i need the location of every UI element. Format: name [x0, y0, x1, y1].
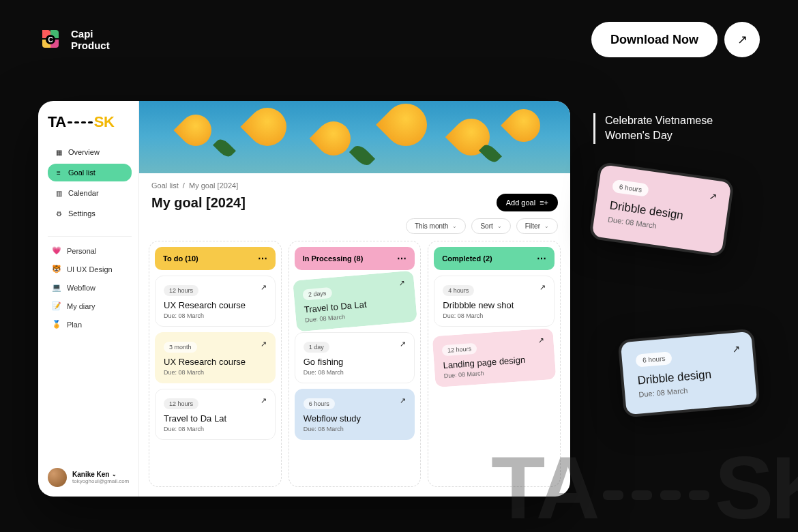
download-button[interactable]: Download Now [591, 22, 718, 57]
sidebar-item-label: Calendar [68, 189, 99, 197]
sidebar-nav: ▦ Overview ≡ Goal list ▥ Calendar ⚙ Sett… [48, 143, 132, 222]
sidebar-item-overview[interactable]: ▦ Overview [48, 143, 132, 161]
time-chip: 12 hours [442, 343, 477, 357]
calendar-icon: ▥ [55, 189, 63, 197]
arrow-up-right-icon: ↗ [540, 283, 546, 292]
time-chip: 1 day [304, 342, 329, 353]
arrow-up-right-icon: ↗ [708, 191, 718, 203]
sidebar-tags: 💗Personal 🐯UI UX Design 💻Webflow 📝My dia… [48, 245, 132, 330]
time-chip: 4 hours [443, 285, 474, 296]
column-menu-icon[interactable]: ⋯ [537, 253, 546, 264]
task-card[interactable]: 3 month ↗ UX Research course Due: 08 Mar… [155, 332, 276, 383]
sidebar: TA SK ▦ Overview ≡ Goal list ▥ Calendar … [38, 101, 139, 497]
tag-webflow[interactable]: 💻Webflow [48, 282, 132, 293]
top-actions: Download Now ↗ [591, 22, 760, 57]
top-bar: C Capi Product Download Now ↗ [0, 0, 798, 71]
medal-icon: 🏅 [52, 320, 61, 329]
sidebar-item-settings[interactable]: ⚙ Settings [48, 205, 132, 222]
breadcrumb[interactable]: Goal list / My goal [2024] [151, 181, 238, 190]
tag-ui-ux-design[interactable]: 🐯UI UX Design [48, 263, 132, 275]
time-chip: 3 month [164, 342, 197, 353]
column-header-in-processing: In Processing (8) ⋯ [295, 247, 415, 270]
app-window: TA SK ▦ Overview ≡ Goal list ▥ Calendar … [38, 101, 570, 497]
add-icon: ≡+ [540, 198, 548, 207]
arrow-up-right-icon: ↗ [261, 396, 267, 405]
filter-filter[interactable]: Filter⌄ [516, 218, 558, 234]
task-card[interactable]: 12 hours ↗ Travel to Da Lat Due: 08 Marc… [155, 389, 276, 440]
column-menu-icon[interactable]: ⋯ [258, 253, 267, 264]
time-chip: 12 hours [164, 398, 198, 409]
time-chip: 2 days [302, 287, 332, 301]
arrow-up-right-icon: ↗ [732, 343, 741, 355]
sidebar-item-label: Overview [68, 148, 100, 156]
task-card[interactable]: 6 hours ↗ Webflow study Due: 08 March [295, 389, 415, 440]
divider [48, 236, 132, 237]
grid-icon: ▦ [55, 148, 63, 156]
gear-icon: ⚙ [55, 209, 63, 218]
chevron-down-icon: ⌄ [452, 223, 457, 229]
promo-card: 6 hours ↗ Dribble design Due: 08 March [589, 162, 735, 258]
time-chip: 12 hours [164, 285, 198, 296]
arrow-up-right-icon: ↗ [261, 340, 267, 349]
tag-my-diary[interactable]: 📝My diary [48, 300, 132, 312]
arrow-up-right-icon: ↗ [538, 336, 545, 346]
time-chip: 6 hours [304, 398, 335, 409]
user-info: Kanike Ken⌄ tokyoghoul@gmail.com [72, 471, 129, 484]
list-icon: ≡ [55, 168, 63, 177]
sidebar-item-goal-list[interactable]: ≡ Goal list [48, 164, 132, 181]
note-icon: 📝 [52, 301, 61, 310]
svg-text:C: C [48, 36, 53, 44]
column-menu-icon[interactable]: ⋯ [397, 253, 407, 264]
tag-personal[interactable]: 💗Personal [48, 245, 132, 256]
promo-tagline: Celebrate Vietnamese Women's Day [593, 113, 713, 144]
sidebar-item-label: Goal list [68, 168, 95, 177]
time-chip: 6 hours [612, 179, 649, 197]
filter-bar: This month⌄ Sort⌄ Filter⌄ [139, 218, 570, 241]
arrow-up-right-icon: ↗ [398, 279, 405, 289]
arrow-up-right-icon: ↗ [400, 340, 406, 349]
time-chip: 6 hours [635, 351, 673, 368]
chevron-down-icon: ⌄ [544, 223, 549, 229]
tag-plan[interactable]: 🏅Plan [48, 319, 132, 330]
column-header-completed: Completed (2) ⋯ [434, 247, 555, 270]
brand-mark-icon: C [38, 27, 63, 52]
tiger-icon: 🐯 [52, 265, 61, 274]
task-card[interactable]: 12 hours ↗ UX Research course Due: 08 Ma… [155, 276, 276, 327]
filter-period[interactable]: This month⌄ [406, 218, 466, 234]
logo-dash-icon [68, 121, 93, 123]
task-card[interactable]: 1 day ↗ Go fishing Due: 08 March [295, 332, 415, 383]
brand-name: Capi Product [71, 28, 110, 52]
user-profile[interactable]: Kanike Ken⌄ tokyoghoul@gmail.com [48, 461, 132, 487]
task-card[interactable]: 4 hours ↗ Dribbble new shot Due: 08 Marc… [434, 276, 555, 327]
task-card[interactable]: 2 days ↗ Travel to Da Lat Due: 08 March [293, 270, 417, 331]
page-title: My goal [2024] [151, 195, 246, 211]
arrow-up-right-icon: ↗ [261, 283, 267, 292]
arrow-up-right-icon: ↗ [737, 32, 748, 47]
task-card[interactable]: 12 hours ↗ Landing page design Due: 08 M… [432, 328, 556, 387]
arrow-up-right-icon: ↗ [400, 396, 406, 405]
brand-logo: C Capi Product [38, 27, 110, 52]
laptop-icon: 💻 [52, 283, 61, 292]
chevron-down-icon: ⌄ [497, 223, 502, 229]
hero-banner [139, 101, 570, 173]
sidebar-item-label: Settings [68, 209, 95, 218]
chevron-down-icon: ⌄ [112, 471, 117, 477]
add-goal-button[interactable]: Add goal≡+ [497, 194, 558, 211]
avatar [48, 468, 67, 487]
open-link-button[interactable]: ↗ [724, 22, 760, 57]
promo-card: 6 hours ↗ Dribble design Due: 08 March [617, 329, 760, 418]
background-logo: TASK [491, 437, 798, 532]
column-header-todo: To do (10) ⋯ [155, 247, 276, 270]
filter-sort[interactable]: Sort⌄ [471, 218, 510, 234]
app-logo: TA SK [48, 113, 132, 131]
column-in-processing: In Processing (8) ⋯ 2 days ↗ Travel to D… [289, 241, 422, 487]
column-todo: To do (10) ⋯ 12 hours ↗ UX Research cour… [149, 241, 282, 487]
heart-icon: 💗 [52, 246, 61, 255]
sidebar-item-calendar[interactable]: ▥ Calendar [48, 184, 132, 202]
